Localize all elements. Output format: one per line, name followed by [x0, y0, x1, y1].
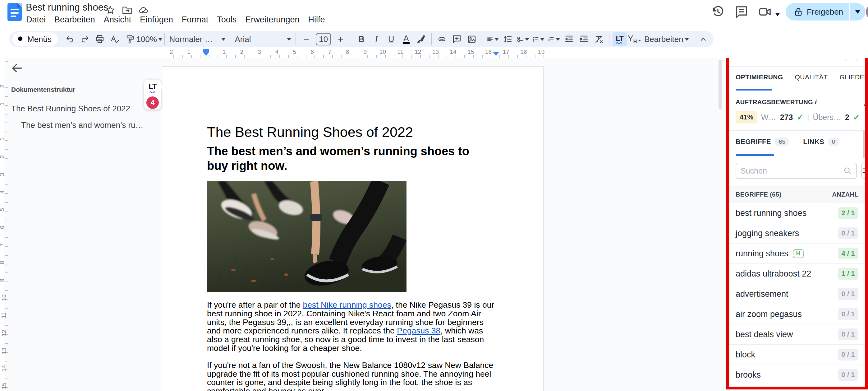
clear-formatting-button[interactable]	[592, 32, 606, 46]
words-metric-value: 273	[780, 113, 793, 122]
font-size-input[interactable]: 10	[316, 33, 331, 46]
doc-hyperlink[interactable]: Pegasus 38	[397, 326, 440, 335]
google-docs-logo-icon[interactable]	[7, 3, 22, 21]
term-row[interactable]: block0 / 1	[729, 345, 865, 365]
left-indent-marker[interactable]	[203, 52, 209, 59]
menu-hilfe[interactable]: Hilfe	[304, 14, 329, 26]
menu-einfügen[interactable]: Einfügen	[135, 14, 178, 26]
align-button[interactable]	[486, 32, 500, 46]
term-label: best running shoes	[736, 208, 806, 218]
ruler-number: 1	[222, 49, 226, 55]
hide-menus-button[interactable]	[696, 32, 710, 46]
text-color-button[interactable]: A	[399, 32, 413, 46]
checklist-button[interactable]	[516, 32, 530, 46]
bold-button[interactable]: B	[354, 32, 369, 46]
menu-bearbeiten[interactable]: Bearbeiten	[50, 14, 99, 26]
right-indent-marker[interactable]	[493, 52, 499, 59]
term-count-badge: 0 / 1	[838, 329, 858, 340]
sidebar-scrollbar[interactable]	[863, 130, 865, 158]
close-outline-arrow-icon[interactable]	[11, 62, 23, 74]
zoom-select[interactable]: 100%	[137, 32, 161, 46]
account-avatar[interactable]	[866, 4, 868, 20]
term-row[interactable]: best deals view0 / 1	[729, 325, 865, 345]
term-row[interactable]: running shoesH4 / 1	[729, 244, 865, 264]
comments-icon[interactable]	[735, 5, 748, 19]
document-page[interactable]: The Best Running Shoes of 2022 The best …	[162, 66, 544, 391]
share-button[interactable]: Freigeben	[786, 3, 866, 21]
increase-font-size-button[interactable]: +	[334, 32, 348, 46]
menu-format[interactable]: Format	[178, 14, 213, 26]
divider	[351, 33, 351, 45]
term-row[interactable]: brooks0 / 1	[729, 365, 865, 385]
menu-datei[interactable]: Datei	[22, 14, 50, 26]
expand-score-caret[interactable]	[864, 108, 868, 114]
share-button-main[interactable]: Freigeben	[786, 3, 849, 21]
term-count-badge: 0 / 1	[838, 288, 858, 300]
highlight-color-button[interactable]	[414, 32, 428, 46]
search-box[interactable]	[736, 163, 857, 179]
font-select[interactable]: Arial	[234, 32, 292, 46]
decrease-indent-button[interactable]	[562, 32, 576, 46]
style-value: Normaler …	[169, 34, 213, 44]
term-row[interactable]: air zoom pegasus0 / 1	[729, 304, 865, 325]
underline-button[interactable]: U	[384, 32, 398, 46]
term-row[interactable]: advertisement0 / 1	[729, 284, 865, 304]
ruler-number: 3	[0, 173, 6, 176]
outline-item[interactable]: The Best Running Shoes of 2022	[11, 104, 145, 114]
ruler-number: 4	[275, 49, 279, 55]
decrease-font-size-button[interactable]: −	[299, 32, 313, 46]
outline-item[interactable]: The best men’s and women’s ru…	[11, 120, 145, 130]
spellcheck-button[interactable]	[107, 32, 122, 46]
version-history-icon[interactable]	[711, 5, 725, 19]
insert-image-button[interactable]	[465, 32, 479, 46]
document-scrollbar[interactable]	[718, 60, 722, 110]
undo-button[interactable]	[63, 32, 77, 46]
first-line-indent-marker[interactable]	[203, 49, 209, 52]
line-spacing-button[interactable]	[501, 32, 515, 46]
lt-error-count-badge[interactable]: 4	[146, 96, 159, 109]
redo-button[interactable]	[78, 32, 92, 46]
add-comment-button[interactable]	[450, 32, 464, 46]
numbered-list-button[interactable]	[546, 32, 561, 46]
term-row[interactable]: jogging sneakers0 / 1	[729, 223, 865, 244]
tab-links[interactable]: LINKS0	[803, 138, 839, 146]
term-label: running shoesH	[736, 249, 804, 258]
divider	[164, 33, 165, 45]
menu-erweiterungen[interactable]: Erweiterungen	[241, 14, 304, 26]
insert-link-button[interactable]	[435, 32, 449, 46]
filter-button[interactable]	[861, 163, 868, 179]
paint-format-button[interactable]	[122, 32, 137, 46]
article-photo[interactable]	[207, 181, 406, 292]
share-caret-button[interactable]	[849, 3, 866, 21]
tab-optimierung[interactable]: OPTIMIERUNG	[736, 74, 783, 81]
chevron-down-icon	[638, 40, 641, 41]
term-label: adidas ultraboost 22	[736, 269, 811, 279]
search-input[interactable]	[741, 166, 841, 175]
term-row[interactable]: best running shoes2 / 1	[729, 203, 865, 223]
increase-indent-button[interactable]	[577, 32, 591, 46]
info-icon[interactable]: i	[815, 98, 817, 106]
tab-qualität[interactable]: QUALITÄT	[795, 74, 828, 81]
languagetool-floating-badge[interactable]: LT 4	[144, 80, 161, 110]
ruler-number: 19	[538, 49, 545, 55]
editing-mode-select[interactable]: Bearbeiten	[642, 32, 690, 46]
meet-video-icon[interactable]	[758, 5, 772, 19]
term-count-badge: 0 / 1	[838, 369, 858, 381]
menus-search-button[interactable]: Menüs	[12, 32, 58, 46]
print-button[interactable]	[93, 32, 107, 46]
tab-label: LINKS	[803, 138, 824, 146]
tab-gliederung[interactable]: GLIEDERUNG	[839, 74, 868, 81]
meet-caret-icon[interactable]	[775, 13, 780, 19]
ruler-number: 14	[1, 365, 7, 372]
document-title[interactable]: Best running shoes	[26, 2, 108, 13]
languagetool-button[interactable]: LT	[613, 32, 627, 46]
menu-ansicht[interactable]: Ansicht	[99, 14, 136, 26]
italic-button[interactable]: I	[369, 32, 383, 46]
translate-yh-button[interactable]: YH	[627, 32, 642, 46]
menu-tools[interactable]: Tools	[213, 14, 241, 26]
doc-hyperlink[interactable]: best Nike running shoes	[303, 300, 391, 309]
tab-begriffe[interactable]: BEGRIFFE65	[736, 138, 789, 146]
term-row[interactable]: adidas ultraboost 221 / 1	[729, 264, 865, 284]
bulleted-list-button[interactable]	[531, 32, 546, 46]
paragraph-style-select[interactable]: Normaler …	[168, 32, 227, 46]
